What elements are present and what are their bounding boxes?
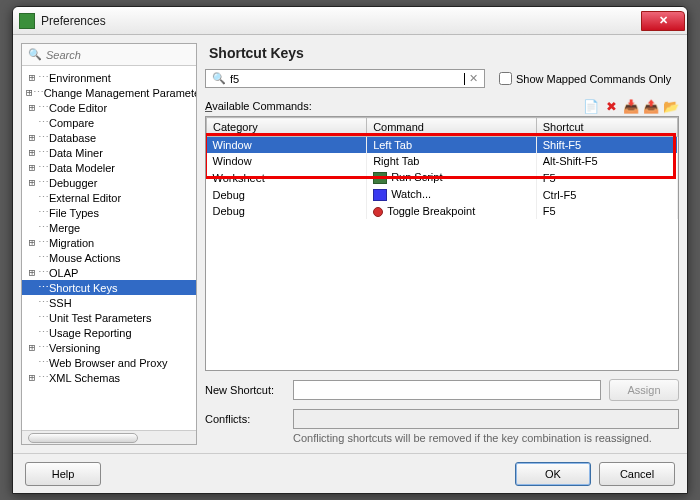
- filter-input[interactable]: [230, 73, 459, 85]
- dialog-body: 🔍 ⊞⋯ Environment⊞⋯ Change Management Par…: [13, 35, 687, 453]
- sidebar-item[interactable]: ⊞⋯ Data Miner: [22, 145, 196, 160]
- sidebar-item[interactable]: ⊞⋯ Code Editor: [22, 100, 196, 115]
- dialog-footer: Help OK Cancel: [13, 453, 687, 493]
- panel-heading: Shortcut Keys: [209, 45, 679, 61]
- sidebar-item[interactable]: ⊞⋯ Environment: [22, 70, 196, 85]
- show-mapped-label: Show Mapped Commands Only: [516, 73, 671, 85]
- available-commands-label: AAvailable Commands:vailable Commands:: [205, 100, 312, 112]
- sidebar-item[interactable]: ⋯ Usage Reporting: [22, 325, 196, 340]
- table-row[interactable]: DebugToggle BreakpointF5: [207, 203, 678, 219]
- sidebar-item-label: Merge: [49, 222, 80, 234]
- grid-toolbar: 📄 ✖ 📥 📤 📂: [583, 98, 679, 114]
- col-shortcut[interactable]: Shortcut: [536, 118, 677, 137]
- sidebar-item-label: SSH: [49, 297, 72, 309]
- sidebar-item[interactable]: ⊞⋯ Change Management Parameters: [22, 85, 196, 100]
- assign-button[interactable]: Assign: [609, 379, 679, 401]
- sidebar-item-label: Unit Test Parameters: [49, 312, 152, 324]
- sidebar-item-label: Data Miner: [49, 147, 103, 159]
- sidebar-item[interactable]: ⊞⋯ Database: [22, 130, 196, 145]
- sidebar-item[interactable]: ⋯ Merge: [22, 220, 196, 235]
- scrollbar-thumb[interactable]: [28, 433, 138, 443]
- table-row[interactable]: DebugWatch...Ctrl-F5: [207, 186, 678, 203]
- commands-grid[interactable]: Category Command Shortcut WindowLeft Tab…: [206, 117, 678, 219]
- sidebar-item-label: File Types: [49, 207, 99, 219]
- close-icon: ✕: [659, 14, 668, 27]
- copy-icon[interactable]: 📄: [583, 98, 599, 114]
- expand-icon[interactable]: ⊞: [26, 71, 38, 84]
- sidebar-item-label: Shortcut Keys: [49, 282, 117, 294]
- text-caret: [464, 73, 465, 85]
- bp-icon: [373, 207, 383, 217]
- clear-filter-icon[interactable]: ✕: [469, 72, 478, 85]
- sidebar-item-label: Database: [49, 132, 96, 144]
- import-icon[interactable]: 📥: [623, 98, 639, 114]
- col-category[interactable]: Category: [207, 118, 367, 137]
- watch-icon: [373, 189, 387, 201]
- new-shortcut-row: New Shortcut: Assign: [205, 379, 679, 401]
- filter-row: 🔍 ✕ Show Mapped Commands Only: [205, 69, 679, 88]
- window-title: Preferences: [41, 14, 641, 28]
- expand-icon[interactable]: ⊞: [26, 236, 38, 249]
- sidebar-item-label: Change Management Parameters: [44, 87, 196, 99]
- sidebar-item[interactable]: ⊞⋯ Data Modeler: [22, 160, 196, 175]
- sidebar-item-label: Code Editor: [49, 102, 107, 114]
- table-row[interactable]: WorksheetRun ScriptF5: [207, 169, 678, 186]
- commands-grid-container: Category Command Shortcut WindowLeft Tab…: [205, 116, 679, 371]
- new-shortcut-input[interactable]: [293, 380, 601, 400]
- expand-icon[interactable]: ⊞: [26, 341, 38, 354]
- expand-icon[interactable]: ⊞: [26, 86, 33, 99]
- sidebar-item[interactable]: ⋯ File Types: [22, 205, 196, 220]
- titlebar[interactable]: Preferences ✕: [13, 7, 687, 35]
- export-icon[interactable]: 📤: [643, 98, 659, 114]
- expand-icon[interactable]: ⊞: [26, 371, 38, 384]
- expand-icon[interactable]: ⊞: [26, 131, 38, 144]
- table-row[interactable]: WindowLeft TabShift-F5: [207, 137, 678, 154]
- expand-icon[interactable]: ⊞: [26, 161, 38, 174]
- col-command[interactable]: Command: [367, 118, 537, 137]
- sidebar-item-label: Debugger: [49, 177, 97, 189]
- table-row[interactable]: WindowRight TabAlt-Shift-F5: [207, 153, 678, 169]
- sidebar-item[interactable]: ⋯ SSH: [22, 295, 196, 310]
- cancel-button[interactable]: Cancel: [599, 462, 675, 486]
- sidebar-item-label: Usage Reporting: [49, 327, 132, 339]
- delete-icon[interactable]: ✖: [603, 98, 619, 114]
- run-icon: [373, 172, 387, 184]
- tree-hscrollbar[interactable]: [22, 430, 196, 444]
- sidebar-item-label: XML Schemas: [49, 372, 120, 384]
- sidebar-item-label: Web Browser and Proxy: [49, 357, 167, 369]
- sidebar-item-label: Environment: [49, 72, 111, 84]
- sidebar-item[interactable]: ⊞⋯ XML Schemas: [22, 370, 196, 385]
- show-mapped-only[interactable]: Show Mapped Commands Only: [499, 72, 671, 85]
- sidebar-item-label: External Editor: [49, 192, 121, 204]
- sidebar-item[interactable]: ⋯ Web Browser and Proxy: [22, 355, 196, 370]
- sidebar-item[interactable]: ⊞⋯ Debugger: [22, 175, 196, 190]
- conflicts-hint: Conflicting shortcuts will be removed if…: [293, 431, 679, 445]
- sidebar-item[interactable]: ⊞⋯ OLAP: [22, 265, 196, 280]
- search-icon: 🔍: [28, 48, 42, 61]
- folder-icon[interactable]: 📂: [663, 98, 679, 114]
- sidebar-item[interactable]: ⋯ Compare: [22, 115, 196, 130]
- sidebar-search[interactable]: 🔍: [22, 44, 196, 66]
- help-button[interactable]: Help: [25, 462, 101, 486]
- category-tree[interactable]: ⊞⋯ Environment⊞⋯ Change Management Param…: [22, 66, 196, 430]
- close-button[interactable]: ✕: [641, 11, 685, 31]
- sidebar-item-label: Compare: [49, 117, 94, 129]
- sidebar-search-input[interactable]: [46, 49, 190, 61]
- sidebar-item[interactable]: ⊞⋯ Versioning: [22, 340, 196, 355]
- sidebar-item[interactable]: ⋯ Mouse Actions: [22, 250, 196, 265]
- sidebar-item[interactable]: ⋯ External Editor: [22, 190, 196, 205]
- expand-icon[interactable]: ⊞: [26, 176, 38, 189]
- main-panel: Shortcut Keys 🔍 ✕ Show Mapped Commands O…: [205, 43, 679, 445]
- sidebar-item[interactable]: ⋯ Shortcut Keys: [22, 280, 196, 295]
- available-row: AAvailable Commands:vailable Commands: 📄…: [205, 98, 679, 114]
- ok-button[interactable]: OK: [515, 462, 591, 486]
- expand-icon[interactable]: ⊞: [26, 266, 38, 279]
- expand-icon[interactable]: ⊞: [26, 146, 38, 159]
- sidebar-item[interactable]: ⊞⋯ Migration: [22, 235, 196, 250]
- sidebar-item[interactable]: ⋯ Unit Test Parameters: [22, 310, 196, 325]
- expand-icon[interactable]: ⊞: [26, 101, 38, 114]
- conflicts-field: [293, 409, 679, 429]
- filter-box[interactable]: 🔍 ✕: [205, 69, 485, 88]
- app-icon: [19, 13, 35, 29]
- show-mapped-checkbox[interactable]: [499, 72, 512, 85]
